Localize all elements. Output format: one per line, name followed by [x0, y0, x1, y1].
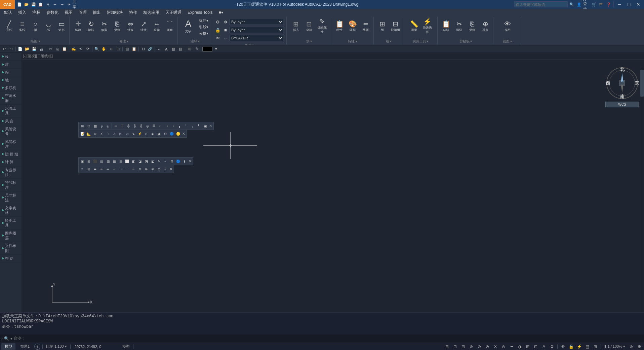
ft3-btn11[interactable]: ⬔ — [143, 158, 149, 164]
ft1-btn7[interactable]: ┃ — [119, 123, 125, 129]
ts-layer[interactable]: ▤ — [124, 46, 130, 52]
ft3-btn14[interactable]: ✓ — [162, 158, 168, 164]
ts-redo2[interactable]: ⟳ — [84, 46, 91, 52]
ft1-btn15[interactable]: ╺ — [170, 123, 176, 129]
view-btn[interactable]: 👁 视图 — [501, 18, 514, 35]
ft1-btn2[interactable]: ⊡ — [86, 123, 92, 129]
table-btn[interactable]: 表格▾ — [197, 30, 210, 36]
flag-icon[interactable]: 🏴 — [598, 1, 605, 7]
sidebar-item-ductdev[interactable]: ▶ 风管设备 — [0, 125, 22, 138]
sidebar-item-multi[interactable]: ▶ 多联机 — [0, 84, 22, 92]
canvas-body[interactable]: ⊞ ⊡ ▦ ╔ ╗ ━ ┃ ╬ ╠ ╣ ╦ ╩ ╸ ╼ ╺ ╻ — [22, 60, 644, 312]
menu-tzhvac[interactable]: 天正暖通 — [163, 9, 184, 16]
ts-cut[interactable]: ✂ — [47, 46, 54, 52]
undo-title-btn[interactable]: ↩ — [51, 1, 58, 7]
draw-multiline-btn[interactable]: ≡ 多线 — [16, 18, 29, 35]
sidebar-item-dimmark[interactable]: ▶ 尺寸标注 — [0, 191, 22, 204]
ft3-btn1[interactable]: ▣ — [79, 158, 85, 164]
nav-bar-btn[interactable]: ▤ — [584, 344, 591, 350]
ft4-btn2[interactable]: ⊞ — [86, 166, 92, 172]
shop-icon[interactable]: 🛒 — [591, 1, 597, 7]
right-scrollbar[interactable] — [640, 66, 644, 312]
cmd-search-icon[interactable]: 🔍 — [4, 336, 9, 341]
title-search[interactable] — [514, 1, 568, 7]
win-minimize[interactable]: ─ — [615, 0, 624, 9]
group-btn[interactable]: ⊞ 组 — [376, 18, 389, 35]
ft3-btn4[interactable]: ▤ — [98, 158, 105, 164]
text-style-btn[interactable]: 标注▾ — [197, 18, 210, 24]
sidebar-item-ductmark[interactable]: ▶ 风管标注 — [0, 138, 22, 151]
save-btn[interactable]: 💾 — [30, 1, 37, 7]
dyn-btn[interactable]: ⊘ — [500, 344, 507, 350]
cmd-dropdown-btn[interactable]: ▾ — [10, 337, 12, 341]
ts-print[interactable]: 🖨 — [38, 46, 45, 52]
measure-btn[interactable]: 📏 测量 — [408, 18, 420, 35]
sidebar-item-liblayer[interactable]: ▶ 图库图层 — [0, 230, 22, 242]
isolate-btn[interactable]: 👁 — [560, 344, 566, 350]
ts-undo2[interactable]: ⟲ — [77, 46, 84, 52]
ducs-btn[interactable]: ✕ — [492, 344, 499, 350]
ft2-btn12[interactable]: ◈ — [150, 131, 156, 137]
ft3-btn8[interactable]: ⬜ — [124, 158, 130, 164]
layer-freeze-btn[interactable]: ❄ — [222, 18, 229, 26]
wcs-button[interactable]: WCS — [605, 102, 639, 107]
ft4-close[interactable]: ✕ — [169, 167, 173, 171]
menu-collab[interactable]: 协作 — [126, 9, 140, 16]
sidebar-item-drawtool[interactable]: ▶ 绘图工具 — [0, 217, 22, 230]
ts-paste[interactable]: 📋 — [61, 46, 68, 52]
modify-trim-btn[interactable]: ✂ 修剪 — [98, 18, 111, 35]
ft1-btn10[interactable]: ╣ — [138, 123, 144, 129]
menu-manage[interactable]: 管理 — [76, 9, 89, 16]
ft2-btn13[interactable]: ◉ — [156, 131, 162, 137]
ft2-btn1[interactable]: 📝 — [79, 131, 85, 137]
gear-btn[interactable]: ⚙ — [636, 344, 643, 350]
transp-btn[interactable]: ◑ — [516, 344, 523, 350]
ts-text[interactable]: A — [163, 46, 170, 52]
user-icon[interactable]: 👤 — [576, 1, 582, 7]
ts-namedviews[interactable]: ⊞ — [115, 46, 121, 52]
ft2-btn9[interactable]: ↯ — [130, 131, 136, 137]
ts-dim[interactable]: ↔ — [156, 46, 163, 52]
layer-vis-btn[interactable]: 👁 — [214, 34, 222, 42]
block-edit-btn[interactable]: ✎ 编辑属性 — [316, 18, 329, 35]
ft1-btn16[interactable]: ╻ — [176, 123, 183, 129]
block-create-btn[interactable]: ⊡ 创建 — [303, 18, 316, 35]
ft1-btn5[interactable]: ╗ — [105, 123, 111, 129]
ft2-btn3[interactable]: ⊕ — [92, 131, 98, 137]
sidebar-item-file[interactable]: ▶ 文件布图 — [0, 242, 22, 255]
add-layout-btn[interactable]: + — [34, 344, 40, 350]
ft3-btn6[interactable]: ▦ — [111, 158, 117, 164]
print-btn[interactable]: 🖨 — [44, 1, 51, 7]
ft3-btn16[interactable]: 🔵 — [175, 158, 181, 164]
ft2-btn14[interactable]: ⊙ — [162, 131, 168, 137]
ft3-btn15[interactable]: ⚙ — [169, 158, 175, 164]
copy2-btn[interactable]: ⎘ 复制 — [466, 18, 479, 35]
ts-bedit[interactable]: ✎ — [193, 46, 200, 52]
redo-title-btn[interactable]: ↪ — [58, 1, 65, 7]
sidebar-item-texttable[interactable]: ▶ 文字表格 — [0, 204, 22, 217]
ft2-btn11[interactable]: ◇ — [143, 131, 149, 137]
ft1-btn1[interactable]: ⊞ — [79, 123, 85, 129]
ft2-btn6[interactable]: ⊿ — [111, 131, 117, 137]
menu-output[interactable]: 输出 — [90, 9, 104, 16]
ts-open[interactable]: 📂 — [24, 46, 31, 52]
ft4-btn9[interactable]: ╍ — [130, 166, 136, 172]
menu-view[interactable]: 视图 — [62, 9, 75, 16]
draw-circle-btn[interactable]: ○ 圆 — [29, 18, 42, 35]
ft1-btn11[interactable]: ╦ — [145, 123, 151, 129]
modify-fillet-btn[interactable]: ⌒ 圆角 — [163, 18, 176, 35]
ft4-btn8[interactable]: ╌ — [124, 166, 130, 172]
ft2-btn10[interactable]: ⚡ — [137, 131, 143, 137]
text-ref-btn[interactable]: 引线▾ — [197, 24, 210, 30]
layer-lock-btn[interactable]: 🔒 — [214, 26, 222, 34]
menu-extra[interactable]: ■▾ — [216, 9, 226, 15]
ft4-btn5[interactable]: ═ — [105, 166, 111, 172]
sidebar-item-she[interactable]: ▶ 设 — [0, 53, 22, 61]
layer-type-btn[interactable]: ╌ — [222, 34, 229, 42]
ts-match[interactable]: ✍ — [70, 46, 77, 52]
ft1-btn13[interactable]: ╸ — [157, 123, 163, 129]
ts-zoomex[interactable]: ⊕ — [108, 46, 114, 52]
sidebar-item-calc[interactable]: ▶ 计 算 — [0, 158, 22, 166]
sidebar-item-profmark[interactable]: ▶ 专业标注 — [0, 166, 22, 179]
draw-arc-btn[interactable]: ◡ 弧 — [42, 18, 55, 35]
